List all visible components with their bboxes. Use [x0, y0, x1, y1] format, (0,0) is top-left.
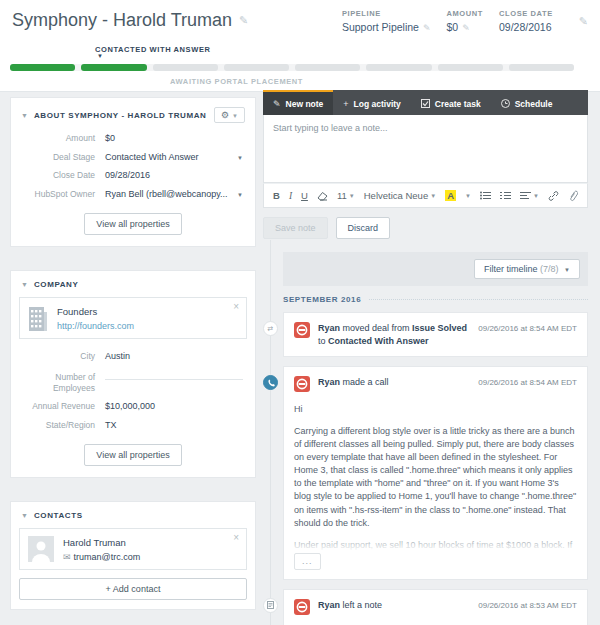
stage-segment[interactable] — [153, 64, 218, 71]
edit-title-icon[interactable]: ✎ — [239, 14, 248, 27]
chevron-down-icon[interactable]: ▼ — [237, 192, 243, 198]
state-region-field[interactable]: TX — [105, 420, 243, 430]
edit-pipeline-icon[interactable]: ✎ — [423, 23, 431, 33]
add-contact-button[interactable]: + Add contact — [19, 578, 247, 600]
deal-stage-progress: CONTACTED WITH ANSWER ▼ AWAITING PORTAL … — [0, 40, 600, 92]
timeline-filter-bar: Filter timeline (7/8) ▼ — [283, 252, 588, 286]
remove-company-icon[interactable]: × — [233, 301, 239, 312]
discard-button[interactable]: Discard — [336, 217, 391, 239]
contact-name[interactable]: Harold Truman — [63, 536, 140, 548]
clear-format-icon[interactable] — [317, 191, 328, 201]
text-color-button[interactable]: A — [445, 190, 456, 201]
attach-file-icon[interactable] — [568, 190, 578, 202]
collapse-caret-icon[interactable]: ▼ — [21, 112, 28, 119]
owner-field[interactable]: Ryan Bell (rbell@webcanopy... — [105, 189, 237, 199]
current-stage-label: CONTACTED WITH ANSWER — [95, 45, 211, 54]
collapse-caret-icon[interactable]: ▼ — [21, 512, 28, 519]
font-family-select[interactable]: Helvetica Neue▼ — [364, 190, 436, 201]
entry-timestamp: 09/26/2016 at 8:54 AM EDT — [478, 376, 577, 387]
align-button[interactable]: ▼ — [520, 191, 539, 200]
font-size-select[interactable]: 11▼ — [337, 190, 355, 201]
underline-button[interactable]: U — [301, 190, 308, 201]
tab-create-task[interactable]: Create task — [411, 90, 491, 115]
stage-segment[interactable] — [81, 64, 146, 71]
entry-timestamp: 09/26/2016 at 8:54 AM EDT — [478, 322, 577, 333]
tab-log-activity[interactable]: + Log activity — [333, 90, 411, 115]
city-field[interactable]: Austin — [105, 351, 243, 361]
stage-segment[interactable] — [438, 64, 503, 71]
deal-stage-field[interactable]: Contacted With Answer — [105, 152, 237, 162]
stage-segment[interactable] — [10, 64, 75, 71]
task-check-icon — [421, 99, 430, 108]
bullet-list-button[interactable] — [480, 191, 491, 200]
stage-segment[interactable] — [509, 64, 574, 71]
entry-timestamp: 09/26/2016 at 8:53 AM EDT — [478, 599, 577, 610]
stage-progress-bar[interactable] — [10, 64, 574, 71]
email-icon: ✉ — [63, 552, 71, 562]
entry-headline: Ryan left a note — [318, 599, 470, 612]
chevron-down-icon: ▼ — [533, 193, 539, 199]
next-stage-label: AWAITING PORTAL PLACEMENT — [170, 77, 303, 86]
note-input[interactable]: Start typing to leave a note... — [263, 115, 588, 183]
bold-button[interactable]: B — [273, 190, 280, 201]
company-url-link[interactable]: http://founders.com — [57, 321, 134, 331]
main-panel: ✎ New note + Log activity Create task Sc… — [263, 90, 588, 625]
user-avatar — [294, 599, 310, 615]
pipeline-value: Support Pipeline — [342, 21, 419, 33]
tab-schedule[interactable]: Schedule — [491, 90, 563, 115]
left-sidebar: ▼ ABOUT SYMPHONY - HAROLD TRUMAN ⚙▼ Amou… — [10, 97, 256, 625]
note-icon — [263, 598, 278, 613]
timeline-entry-note: Ryan left a note 09/26/2016 at 8:53 AM E… — [283, 589, 588, 625]
close-date-property: CLOSE DATE 09/28/2016 — [499, 9, 553, 33]
stage-caret-icon: ▼ — [97, 53, 103, 59]
property-row: Number of Employees — [11, 365, 255, 397]
edit-amount-icon[interactable]: ✎ — [462, 23, 470, 33]
annual-revenue-field[interactable]: $10,000,000 — [105, 401, 243, 411]
contact-email[interactable]: truman@trc.com — [74, 552, 141, 562]
entry-headline: Ryan moved deal from Issue Solved to Con… — [318, 322, 470, 347]
tab-new-note[interactable]: ✎ New note — [263, 90, 333, 115]
view-all-properties-button[interactable]: View all properties — [84, 444, 181, 466]
company-name[interactable]: Founders — [57, 305, 134, 317]
close-date-field[interactable]: 09/28/2016 — [105, 170, 243, 180]
close-date-label: CLOSE DATE — [499, 9, 553, 18]
stage-segment[interactable] — [224, 64, 289, 71]
view-all-properties-button[interactable]: View all properties — [84, 213, 181, 235]
format-toolbar: B I U 11▼ Helvetica Neue▼ A ▼ ▼ — [263, 183, 588, 208]
property-row: Close Date 09/28/2016 — [11, 166, 255, 185]
save-note-button[interactable]: Save note — [263, 217, 328, 239]
stage-segment[interactable] — [366, 64, 431, 71]
chevron-down-icon: ▼ — [564, 267, 570, 273]
italic-button[interactable]: I — [289, 191, 292, 201]
remove-contact-icon[interactable]: × — [233, 532, 239, 543]
property-row: State/Region TX — [11, 416, 255, 435]
entry-body: Hi Carrying a different blog style over … — [294, 403, 577, 569]
about-card: ▼ ABOUT SYMPHONY - HAROLD TRUMAN ⚙▼ Amou… — [10, 97, 256, 247]
stage-segment[interactable] — [295, 64, 360, 71]
chevron-down-icon: ▼ — [465, 193, 471, 199]
chevron-down-icon: ▼ — [349, 193, 355, 199]
expand-note-button[interactable]: ... — [294, 553, 321, 570]
pipeline-label: PIPELINE — [342, 9, 431, 18]
chevron-down-icon[interactable]: ▼ — [237, 155, 243, 161]
note-placeholder: Start typing to leave a note... — [273, 123, 388, 133]
filter-timeline-button[interactable]: Filter timeline (7/8) ▼ — [474, 259, 580, 279]
deal-page: Symphony - Harold Truman ✎ PIPELINE Supp… — [0, 0, 600, 625]
numbered-list-button[interactable] — [500, 191, 511, 200]
link-button[interactable] — [548, 191, 559, 201]
contacts-title: CONTACTS — [34, 511, 83, 520]
settings-gear-button[interactable]: ⚙▼ — [214, 107, 245, 123]
amount-property: AMOUNT $0✎ — [446, 9, 483, 33]
company-association-card: Founders http://founders.com × — [19, 297, 247, 339]
collapse-caret-icon[interactable]: ▼ — [21, 281, 28, 288]
timeline-card: Ryan made a call 09/26/2016 at 8:54 AM E… — [283, 366, 588, 579]
chevron-down-icon: ▼ — [430, 193, 436, 199]
property-row: Amount $0 — [11, 129, 255, 148]
edit-deal-icon[interactable]: ✎ — [579, 15, 588, 28]
timeline-card: Ryan moved deal from Issue Solved to Con… — [283, 312, 588, 357]
employees-field[interactable] — [105, 369, 243, 380]
color-chevron[interactable]: ▼ — [465, 193, 471, 199]
user-avatar — [294, 322, 310, 338]
month-divider: SEPTEMBER 2016 — [283, 295, 588, 304]
amount-field[interactable]: $0 — [105, 133, 243, 143]
